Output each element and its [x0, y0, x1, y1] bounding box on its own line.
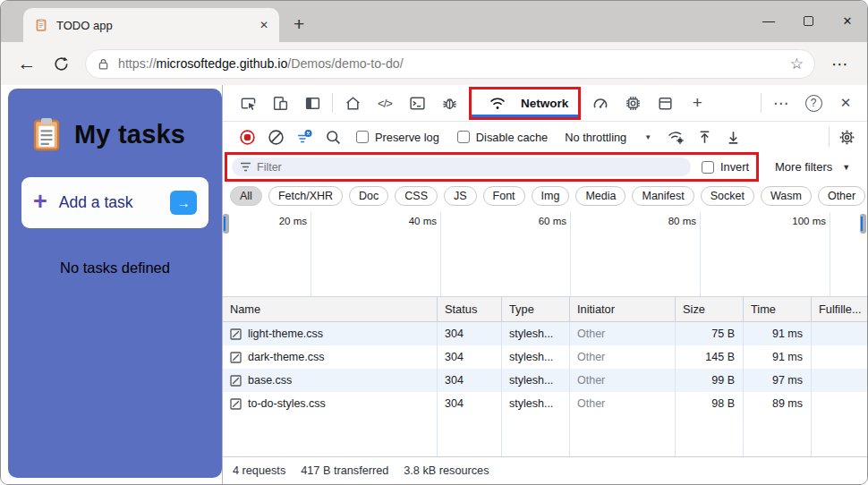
request-type-cell[interactable]: stylesh... [502, 322, 570, 345]
export-har-icon[interactable] [719, 124, 746, 149]
stylesheet-file-icon [230, 328, 242, 340]
add-task-field[interactable]: + Add a task → [21, 177, 208, 228]
inspect-element-icon[interactable] [232, 88, 264, 118]
disable-cache-label[interactable]: Disable cache [476, 131, 548, 144]
column-header-status[interactable]: Status [438, 297, 502, 322]
request-time-cell[interactable]: 97 ms [744, 369, 812, 392]
type-filter-other[interactable]: Other [818, 186, 865, 206]
request-status-cell[interactable]: 304 [438, 369, 502, 392]
type-filter-doc[interactable]: Doc [349, 186, 388, 206]
tab-close-icon[interactable]: ✕ [260, 19, 268, 31]
request-time-cell[interactable]: 89 ms [744, 392, 812, 415]
preserve-log-checkbox[interactable] [356, 131, 369, 143]
column-header-name[interactable]: Name [223, 297, 438, 322]
invert-label[interactable]: Invert [720, 160, 749, 174]
request-status-cell[interactable]: 304 [438, 392, 502, 415]
window-close-button[interactable]: ✕ [828, 8, 867, 33]
add-task-submit-button[interactable]: → [170, 191, 197, 215]
column-header-time[interactable]: Time [744, 297, 812, 322]
new-tab-button[interactable]: + [294, 13, 304, 35]
more-tools-icon[interactable]: + [681, 88, 713, 118]
request-size-cell[interactable]: 75 B [676, 322, 744, 345]
request-status-cell[interactable]: 304 [438, 345, 502, 369]
type-filter-wasm[interactable]: Wasm [761, 186, 812, 206]
help-icon[interactable]: ? [797, 88, 830, 118]
request-status-cell[interactable]: 304 [438, 322, 502, 345]
device-emulation-icon[interactable] [264, 88, 296, 118]
filter-input[interactable] [232, 157, 691, 176]
request-name-cell[interactable]: dark-theme.css [223, 345, 438, 369]
request-name-cell[interactable]: light-theme.css [223, 322, 438, 345]
application-drawer-icon[interactable] [649, 88, 681, 118]
timeline-right-handle[interactable] [860, 214, 866, 234]
request-initiator-cell[interactable]: Other [570, 392, 676, 415]
import-har-icon[interactable] [691, 124, 718, 149]
request-fulfilled-cell[interactable] [812, 369, 867, 392]
search-icon[interactable] [319, 124, 346, 149]
disable-cache-checkbox[interactable] [457, 131, 470, 143]
request-type-cell[interactable]: stylesh... [502, 392, 570, 415]
browser-tab[interactable]: TODO app ✕ [23, 8, 279, 42]
type-filter-manifest[interactable]: Manifest [632, 186, 694, 206]
devtools-menu-icon[interactable]: ⋯ [765, 88, 797, 118]
maximize-button[interactable] [788, 8, 828, 33]
request-fulfilled-cell[interactable] [812, 392, 867, 415]
more-filters-dropdown[interactable]: More filters ▼ [775, 160, 850, 174]
column-header-fulfilled[interactable]: Fulfille... [812, 297, 867, 322]
request-name-cell[interactable]: to-do-styles.css [223, 392, 438, 415]
request-fulfilled-cell[interactable] [812, 322, 867, 345]
page-viewport: My tasks + Add a task → No tasks defined [1, 85, 222, 484]
request-size-cell[interactable]: 98 B [676, 392, 744, 415]
filter-toggle-icon[interactable] [291, 124, 318, 149]
timeline-left-handle[interactable] [223, 214, 229, 234]
debugger-bug-icon[interactable] [433, 88, 465, 118]
favorites-star-icon[interactable]: ☆ [790, 55, 804, 73]
request-type-cell[interactable]: stylesh... [502, 369, 570, 392]
request-fulfilled-cell[interactable] [812, 345, 867, 369]
resources-size: 3.8 kB resources [404, 464, 489, 477]
type-filter-fetch-xhr[interactable]: Fetch/XHR [268, 186, 343, 206]
minimize-button[interactable]: — [749, 8, 788, 33]
request-initiator-cell[interactable]: Other [570, 345, 676, 369]
request-time-cell[interactable]: 91 ms [744, 322, 812, 345]
type-filter-all[interactable]: All [230, 186, 262, 206]
request-size-cell[interactable]: 99 B [676, 369, 744, 392]
preserve-log-label[interactable]: Preserve log [375, 131, 439, 144]
record-network-log-icon[interactable] [234, 124, 260, 149]
back-button[interactable]: ← [12, 48, 42, 79]
invert-checkbox[interactable] [702, 161, 714, 174]
type-filter-font[interactable]: Font [483, 186, 525, 206]
column-header-size[interactable]: Size [676, 297, 744, 322]
column-header-type[interactable]: Type [502, 297, 570, 322]
type-filter-css[interactable]: CSS [395, 186, 438, 206]
request-initiator-cell[interactable]: Other [570, 322, 676, 345]
dock-layout-icon[interactable] [296, 88, 328, 118]
timeline-tick-label: 40 ms [311, 212, 440, 226]
tab-title: TODO app [56, 19, 113, 32]
request-type-cell[interactable]: stylesh... [502, 345, 570, 369]
type-filter-socket[interactable]: Socket [701, 186, 754, 206]
network-settings-gear-icon[interactable] [833, 124, 860, 149]
clear-network-log-icon[interactable] [262, 124, 289, 149]
column-header-initiator[interactable]: Initiator [570, 297, 676, 322]
network-conditions-icon[interactable] [662, 124, 689, 149]
memory-chip-icon[interactable] [617, 88, 649, 118]
request-name-cell[interactable]: base.css [223, 369, 438, 392]
home-icon[interactable] [336, 88, 369, 118]
request-time-cell[interactable]: 91 ms [744, 345, 812, 369]
refresh-button[interactable] [46, 48, 76, 79]
url-text[interactable]: https://microsoftedge.github.io/Demos/de… [118, 56, 404, 71]
address-bar[interactable]: https://microsoftedge.github.io/Demos/de… [85, 49, 815, 79]
console-panel-icon[interactable] [401, 88, 433, 118]
performance-gauge-icon[interactable] [584, 88, 617, 118]
type-filter-media[interactable]: Media [575, 186, 625, 206]
browser-menu-button[interactable]: ⋯ [824, 54, 856, 74]
tab-network[interactable]: Network [521, 97, 568, 110]
type-filter-js[interactable]: JS [444, 186, 477, 206]
devtools-close-icon[interactable]: ✕ [830, 88, 862, 118]
throttling-dropdown[interactable]: No throttling ▼ [565, 131, 651, 144]
request-size-cell[interactable]: 145 B [676, 345, 744, 369]
elements-panel-icon[interactable]: </> [369, 88, 401, 118]
type-filter-img[interactable]: Img [532, 186, 570, 206]
request-initiator-cell[interactable]: Other [570, 369, 676, 392]
